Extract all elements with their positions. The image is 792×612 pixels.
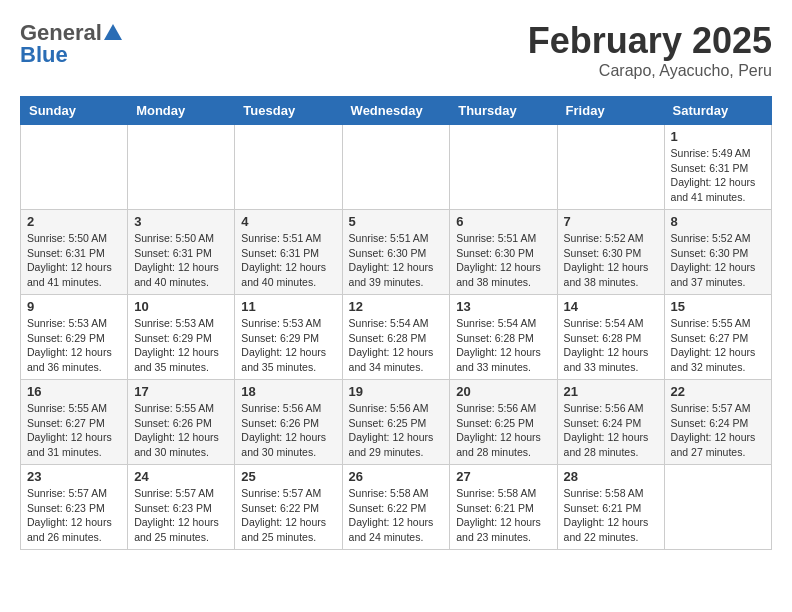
day-number: 12 — [349, 299, 444, 314]
calendar-cell: 14Sunrise: 5:54 AMSunset: 6:28 PMDayligh… — [557, 295, 664, 380]
day-info: Sunrise: 5:55 AMSunset: 6:27 PMDaylight:… — [671, 316, 765, 375]
day-info: Sunrise: 5:55 AMSunset: 6:26 PMDaylight:… — [134, 401, 228, 460]
logo-blue-text: Blue — [20, 42, 68, 68]
calendar-cell: 12Sunrise: 5:54 AMSunset: 6:28 PMDayligh… — [342, 295, 450, 380]
calendar-cell: 23Sunrise: 5:57 AMSunset: 6:23 PMDayligh… — [21, 465, 128, 550]
day-number: 9 — [27, 299, 121, 314]
svg-marker-0 — [104, 24, 122, 40]
day-number: 3 — [134, 214, 228, 229]
day-info: Sunrise: 5:57 AMSunset: 6:24 PMDaylight:… — [671, 401, 765, 460]
day-number: 21 — [564, 384, 658, 399]
calendar-header-row: SundayMondayTuesdayWednesdayThursdayFrid… — [21, 97, 772, 125]
day-number: 17 — [134, 384, 228, 399]
calendar-week-2: 2Sunrise: 5:50 AMSunset: 6:31 PMDaylight… — [21, 210, 772, 295]
day-number: 10 — [134, 299, 228, 314]
day-info: Sunrise: 5:49 AMSunset: 6:31 PMDaylight:… — [671, 146, 765, 205]
column-header-wednesday: Wednesday — [342, 97, 450, 125]
day-info: Sunrise: 5:53 AMSunset: 6:29 PMDaylight:… — [134, 316, 228, 375]
calendar-cell — [664, 465, 771, 550]
day-number: 27 — [456, 469, 550, 484]
day-info: Sunrise: 5:58 AMSunset: 6:21 PMDaylight:… — [564, 486, 658, 545]
day-number: 18 — [241, 384, 335, 399]
day-info: Sunrise: 5:58 AMSunset: 6:21 PMDaylight:… — [456, 486, 550, 545]
column-header-monday: Monday — [128, 97, 235, 125]
calendar-cell: 28Sunrise: 5:58 AMSunset: 6:21 PMDayligh… — [557, 465, 664, 550]
column-header-saturday: Saturday — [664, 97, 771, 125]
calendar-cell: 18Sunrise: 5:56 AMSunset: 6:26 PMDayligh… — [235, 380, 342, 465]
day-number: 25 — [241, 469, 335, 484]
calendar-cell: 4Sunrise: 5:51 AMSunset: 6:31 PMDaylight… — [235, 210, 342, 295]
calendar-cell: 17Sunrise: 5:55 AMSunset: 6:26 PMDayligh… — [128, 380, 235, 465]
day-number: 4 — [241, 214, 335, 229]
calendar-cell: 16Sunrise: 5:55 AMSunset: 6:27 PMDayligh… — [21, 380, 128, 465]
calendar-cell: 15Sunrise: 5:55 AMSunset: 6:27 PMDayligh… — [664, 295, 771, 380]
day-number: 15 — [671, 299, 765, 314]
day-number: 24 — [134, 469, 228, 484]
calendar-cell: 6Sunrise: 5:51 AMSunset: 6:30 PMDaylight… — [450, 210, 557, 295]
day-number: 22 — [671, 384, 765, 399]
column-header-sunday: Sunday — [21, 97, 128, 125]
calendar-cell: 20Sunrise: 5:56 AMSunset: 6:25 PMDayligh… — [450, 380, 557, 465]
calendar-week-4: 16Sunrise: 5:55 AMSunset: 6:27 PMDayligh… — [21, 380, 772, 465]
logo-triangle-icon — [102, 22, 124, 44]
day-info: Sunrise: 5:51 AMSunset: 6:30 PMDaylight:… — [456, 231, 550, 290]
logo: General Blue — [20, 20, 124, 68]
calendar-cell: 1Sunrise: 5:49 AMSunset: 6:31 PMDaylight… — [664, 125, 771, 210]
calendar-table: SundayMondayTuesdayWednesdayThursdayFrid… — [20, 96, 772, 550]
day-number: 23 — [27, 469, 121, 484]
calendar-cell: 8Sunrise: 5:52 AMSunset: 6:30 PMDaylight… — [664, 210, 771, 295]
calendar-week-1: 1Sunrise: 5:49 AMSunset: 6:31 PMDaylight… — [21, 125, 772, 210]
month-title: February 2025 — [528, 20, 772, 62]
day-info: Sunrise: 5:56 AMSunset: 6:25 PMDaylight:… — [349, 401, 444, 460]
calendar-cell: 2Sunrise: 5:50 AMSunset: 6:31 PMDaylight… — [21, 210, 128, 295]
day-info: Sunrise: 5:51 AMSunset: 6:31 PMDaylight:… — [241, 231, 335, 290]
calendar-cell: 22Sunrise: 5:57 AMSunset: 6:24 PMDayligh… — [664, 380, 771, 465]
calendar-cell: 7Sunrise: 5:52 AMSunset: 6:30 PMDaylight… — [557, 210, 664, 295]
day-info: Sunrise: 5:56 AMSunset: 6:24 PMDaylight:… — [564, 401, 658, 460]
day-number: 7 — [564, 214, 658, 229]
location-subtitle: Carapo, Ayacucho, Peru — [528, 62, 772, 80]
day-number: 8 — [671, 214, 765, 229]
day-number: 20 — [456, 384, 550, 399]
calendar-cell: 13Sunrise: 5:54 AMSunset: 6:28 PMDayligh… — [450, 295, 557, 380]
day-number: 16 — [27, 384, 121, 399]
day-info: Sunrise: 5:54 AMSunset: 6:28 PMDaylight:… — [456, 316, 550, 375]
calendar-cell: 24Sunrise: 5:57 AMSunset: 6:23 PMDayligh… — [128, 465, 235, 550]
day-info: Sunrise: 5:57 AMSunset: 6:23 PMDaylight:… — [27, 486, 121, 545]
calendar-cell — [450, 125, 557, 210]
calendar-cell — [235, 125, 342, 210]
calendar-cell: 25Sunrise: 5:57 AMSunset: 6:22 PMDayligh… — [235, 465, 342, 550]
calendar-cell: 26Sunrise: 5:58 AMSunset: 6:22 PMDayligh… — [342, 465, 450, 550]
page-header: General Blue February 2025 Carapo, Ayacu… — [20, 20, 772, 80]
title-block: February 2025 Carapo, Ayacucho, Peru — [528, 20, 772, 80]
column-header-friday: Friday — [557, 97, 664, 125]
calendar-cell: 19Sunrise: 5:56 AMSunset: 6:25 PMDayligh… — [342, 380, 450, 465]
day-info: Sunrise: 5:52 AMSunset: 6:30 PMDaylight:… — [564, 231, 658, 290]
day-number: 2 — [27, 214, 121, 229]
day-info: Sunrise: 5:54 AMSunset: 6:28 PMDaylight:… — [564, 316, 658, 375]
day-number: 13 — [456, 299, 550, 314]
calendar-cell: 27Sunrise: 5:58 AMSunset: 6:21 PMDayligh… — [450, 465, 557, 550]
day-number: 6 — [456, 214, 550, 229]
day-info: Sunrise: 5:57 AMSunset: 6:22 PMDaylight:… — [241, 486, 335, 545]
day-info: Sunrise: 5:50 AMSunset: 6:31 PMDaylight:… — [27, 231, 121, 290]
calendar-cell — [557, 125, 664, 210]
calendar-cell: 9Sunrise: 5:53 AMSunset: 6:29 PMDaylight… — [21, 295, 128, 380]
calendar-week-3: 9Sunrise: 5:53 AMSunset: 6:29 PMDaylight… — [21, 295, 772, 380]
day-info: Sunrise: 5:52 AMSunset: 6:30 PMDaylight:… — [671, 231, 765, 290]
day-number: 11 — [241, 299, 335, 314]
day-info: Sunrise: 5:53 AMSunset: 6:29 PMDaylight:… — [27, 316, 121, 375]
calendar-cell: 10Sunrise: 5:53 AMSunset: 6:29 PMDayligh… — [128, 295, 235, 380]
day-info: Sunrise: 5:51 AMSunset: 6:30 PMDaylight:… — [349, 231, 444, 290]
calendar-cell: 21Sunrise: 5:56 AMSunset: 6:24 PMDayligh… — [557, 380, 664, 465]
day-number: 1 — [671, 129, 765, 144]
calendar-cell — [128, 125, 235, 210]
calendar-cell: 3Sunrise: 5:50 AMSunset: 6:31 PMDaylight… — [128, 210, 235, 295]
day-info: Sunrise: 5:57 AMSunset: 6:23 PMDaylight:… — [134, 486, 228, 545]
column-header-tuesday: Tuesday — [235, 97, 342, 125]
day-info: Sunrise: 5:50 AMSunset: 6:31 PMDaylight:… — [134, 231, 228, 290]
calendar-cell — [21, 125, 128, 210]
calendar-week-5: 23Sunrise: 5:57 AMSunset: 6:23 PMDayligh… — [21, 465, 772, 550]
calendar-cell: 11Sunrise: 5:53 AMSunset: 6:29 PMDayligh… — [235, 295, 342, 380]
day-info: Sunrise: 5:53 AMSunset: 6:29 PMDaylight:… — [241, 316, 335, 375]
